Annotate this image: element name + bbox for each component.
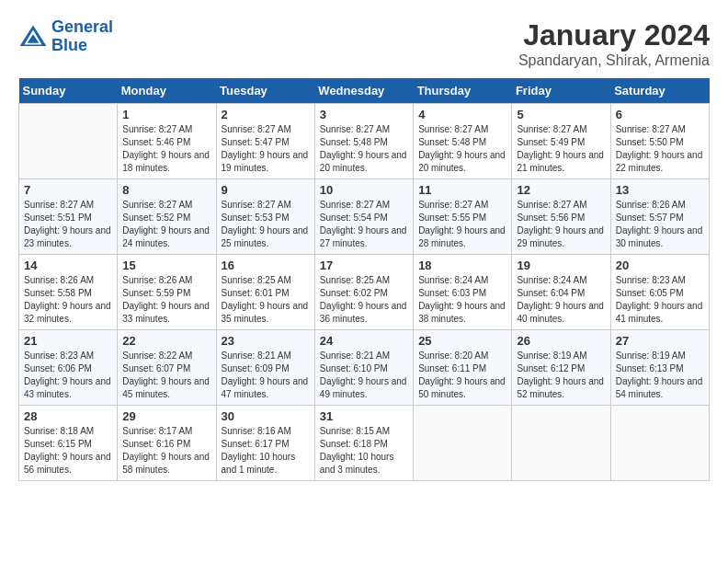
daylight-text: Daylight: 9 hours and 25 minutes. [222, 225, 309, 248]
sunset-text: Sunset: 5:56 PM [517, 213, 585, 223]
day-number: 14 [24, 259, 112, 272]
day-info: Sunrise: 8:26 AMSunset: 5:58 PMDaylight:… [24, 274, 112, 326]
day-info: Sunrise: 8:19 AMSunset: 6:13 PMDaylight:… [616, 350, 704, 401]
logo-icon [18, 24, 48, 50]
day-info: Sunrise: 8:24 AMSunset: 6:04 PMDaylight:… [517, 274, 605, 326]
sunset-text: Sunset: 5:47 PM [222, 137, 290, 147]
daylight-text: Daylight: 9 hours and 40 minutes. [517, 301, 604, 324]
header-tuesday: Tuesday [216, 78, 314, 104]
table-row: 12Sunrise: 8:27 AMSunset: 5:56 PMDayligh… [512, 179, 610, 255]
daylight-text: Daylight: 9 hours and 21 minutes. [517, 150, 604, 173]
daylight-text: Daylight: 9 hours and 18 minutes. [122, 150, 210, 173]
table-row: 21Sunrise: 8:23 AMSunset: 6:06 PMDayligh… [19, 330, 118, 406]
sunset-text: Sunset: 5:48 PM [320, 137, 388, 147]
calendar-subtitle: Spandaryan, Shirak, Armenia [518, 52, 710, 69]
day-number: 30 [222, 409, 310, 423]
day-info: Sunrise: 8:18 AMSunset: 6:15 PMDaylight:… [24, 425, 112, 477]
table-row: 2Sunrise: 8:27 AMSunset: 5:47 PMDaylight… [216, 104, 314, 179]
day-number: 18 [418, 259, 506, 272]
table-row: 20Sunrise: 8:23 AMSunset: 6:05 PMDayligh… [610, 255, 709, 330]
daylight-text: Daylight: 9 hours and 52 minutes. [517, 376, 604, 399]
table-row: 30Sunrise: 8:16 AMSunset: 6:17 PMDayligh… [216, 406, 314, 481]
day-info: Sunrise: 8:27 AMSunset: 5:55 PMDaylight:… [418, 199, 506, 250]
logo-general: General [51, 17, 113, 36]
day-number: 7 [24, 183, 112, 197]
sunrise-text: Sunrise: 8:23 AM [616, 275, 686, 285]
week-row-4: 21Sunrise: 8:23 AMSunset: 6:06 PMDayligh… [19, 330, 710, 406]
table-row: 16Sunrise: 8:25 AMSunset: 6:01 PMDayligh… [216, 255, 314, 330]
sunset-text: Sunset: 5:49 PM [517, 137, 585, 147]
daylight-text: Daylight: 9 hours and 32 minutes. [24, 301, 111, 324]
sunset-text: Sunset: 6:03 PM [418, 288, 486, 298]
table-row: 10Sunrise: 8:27 AMSunset: 5:54 PMDayligh… [314, 179, 413, 255]
table-row: 3Sunrise: 8:27 AMSunset: 5:48 PMDaylight… [314, 104, 413, 179]
day-info: Sunrise: 8:20 AMSunset: 6:11 PMDaylight:… [418, 350, 506, 401]
daylight-text: Daylight: 9 hours and 43 minutes. [24, 376, 111, 399]
table-row: 22Sunrise: 8:22 AMSunset: 6:07 PMDayligh… [118, 330, 216, 406]
sunset-text: Sunset: 6:10 PM [320, 363, 388, 373]
sunrise-text: Sunrise: 8:17 AM [122, 426, 192, 436]
sunset-text: Sunset: 5:51 PM [24, 213, 92, 223]
sunset-text: Sunset: 6:09 PM [222, 363, 290, 373]
day-number: 28 [24, 409, 112, 423]
sunrise-text: Sunrise: 8:19 AM [616, 350, 686, 361]
sunrise-text: Sunrise: 8:27 AM [418, 200, 488, 210]
day-info: Sunrise: 8:27 AMSunset: 5:48 PMDaylight:… [418, 123, 506, 175]
day-number: 2 [222, 108, 310, 121]
day-number: 29 [122, 409, 210, 423]
day-number: 23 [222, 334, 310, 348]
day-info: Sunrise: 8:26 AMSunset: 5:57 PMDaylight:… [616, 199, 704, 250]
day-info: Sunrise: 8:23 AMSunset: 6:05 PMDaylight:… [616, 274, 704, 326]
day-number: 5 [517, 108, 605, 121]
sunrise-text: Sunrise: 8:26 AM [24, 275, 94, 285]
table-row: 14Sunrise: 8:26 AMSunset: 5:58 PMDayligh… [19, 255, 118, 330]
sunset-text: Sunset: 5:54 PM [320, 213, 388, 223]
title-area: January 2024 Spandaryan, Shirak, Armenia [518, 18, 710, 69]
sunset-text: Sunset: 6:05 PM [616, 288, 684, 298]
logo-blue: Blue [51, 36, 87, 54]
day-number: 19 [517, 259, 605, 272]
table-row: 5Sunrise: 8:27 AMSunset: 5:49 PMDaylight… [512, 104, 610, 179]
page-header: General Blue January 2024 Spandaryan, Sh… [18, 18, 710, 69]
daylight-text: Daylight: 9 hours and 22 minutes. [616, 150, 703, 173]
day-info: Sunrise: 8:27 AMSunset: 5:51 PMDaylight:… [24, 199, 112, 250]
sunrise-text: Sunrise: 8:27 AM [222, 124, 291, 134]
sunset-text: Sunset: 5:52 PM [122, 213, 190, 223]
week-row-1: 1Sunrise: 8:27 AMSunset: 5:46 PMDaylight… [19, 104, 710, 179]
daylight-text: Daylight: 9 hours and 36 minutes. [320, 301, 407, 324]
day-number: 20 [616, 259, 704, 272]
daylight-text: Daylight: 9 hours and 58 minutes. [122, 452, 210, 475]
sunset-text: Sunset: 6:17 PM [222, 439, 290, 449]
day-info: Sunrise: 8:27 AMSunset: 5:52 PMDaylight:… [122, 199, 210, 250]
table-row: 31Sunrise: 8:15 AMSunset: 6:18 PMDayligh… [314, 406, 413, 481]
table-row: 26Sunrise: 8:19 AMSunset: 6:12 PMDayligh… [512, 330, 610, 406]
day-number: 12 [517, 183, 605, 197]
sunset-text: Sunset: 6:15 PM [24, 439, 92, 449]
sunset-text: Sunset: 5:57 PM [616, 213, 684, 223]
daylight-text: Daylight: 9 hours and 50 minutes. [418, 376, 506, 399]
daylight-text: Daylight: 9 hours and 27 minutes. [320, 225, 407, 248]
daylight-text: Daylight: 9 hours and 20 minutes. [418, 150, 506, 173]
sunset-text: Sunset: 6:13 PM [616, 363, 684, 373]
weekday-header-row: Sunday Monday Tuesday Wednesday Thursday… [19, 78, 710, 104]
sunset-text: Sunset: 6:11 PM [418, 363, 486, 373]
header-sunday: Sunday [19, 78, 118, 104]
sunset-text: Sunset: 6:07 PM [122, 363, 190, 373]
table-row [610, 406, 709, 481]
sunrise-text: Sunrise: 8:26 AM [122, 275, 192, 285]
table-row: 25Sunrise: 8:20 AMSunset: 6:11 PMDayligh… [414, 330, 512, 406]
logo: General Blue [18, 18, 113, 55]
table-row [512, 406, 610, 481]
table-row: 19Sunrise: 8:24 AMSunset: 6:04 PMDayligh… [512, 255, 610, 330]
sunrise-text: Sunrise: 8:23 AM [24, 350, 94, 361]
day-number: 21 [24, 334, 112, 348]
week-row-3: 14Sunrise: 8:26 AMSunset: 5:58 PMDayligh… [19, 255, 710, 330]
day-info: Sunrise: 8:21 AMSunset: 6:09 PMDaylight:… [222, 350, 310, 401]
day-number: 27 [616, 334, 704, 348]
day-info: Sunrise: 8:25 AMSunset: 6:01 PMDaylight:… [222, 274, 310, 326]
sunrise-text: Sunrise: 8:26 AM [616, 200, 686, 210]
daylight-text: Daylight: 9 hours and 49 minutes. [320, 376, 407, 399]
sunrise-text: Sunrise: 8:25 AM [222, 275, 291, 285]
week-row-5: 28Sunrise: 8:18 AMSunset: 6:15 PMDayligh… [19, 406, 710, 481]
sunrise-text: Sunrise: 8:27 AM [517, 124, 586, 134]
